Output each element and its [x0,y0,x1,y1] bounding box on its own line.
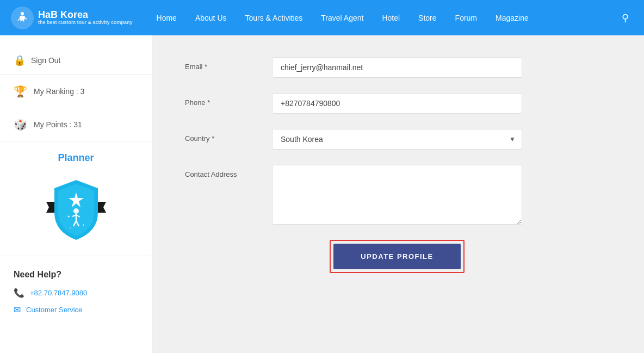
logo-text: HaB Korea [38,10,133,21]
points-label: My Points : 31 [34,120,82,129]
email-label: Email * [185,57,261,71]
nav-travel-agent[interactable]: Travel Agent [313,9,371,27]
points-stat: 🎲 My Points : 31 [0,108,152,141]
email-icon: ✉ [14,305,21,315]
nav-hotel[interactable]: Hotel [374,9,407,27]
page-layout: 🔒 Sign Out 🏆 My Ranking : 3 🎲 My Points … [0,35,644,353]
country-select[interactable]: South Korea United States Japan China Un… [272,129,522,150]
search-icon[interactable]: ⚲ [617,8,633,28]
nav-magazine[interactable]: Magazine [488,9,536,27]
phone-row: Phone * [185,93,522,114]
points-icon: 🎲 [14,118,27,131]
update-btn-wrapper: UPDATE PROFILE [272,240,522,273]
svg-point-0 [21,12,24,15]
nav-about[interactable]: About Us [188,9,234,27]
svg-text:✦: ✦ [82,224,85,227]
customer-service-link[interactable]: Customer Service [26,306,82,314]
update-btn-highlight: UPDATE PROFILE [330,240,464,273]
main-content: Email * Phone * Country * South Korea Un… [152,35,644,353]
svg-point-6 [73,208,79,214]
logo-icon [11,7,34,29]
nav-tours[interactable]: Tours & Activities [238,9,311,27]
logo-tagline: the best custom tour & activity company [38,20,133,26]
country-select-wrapper: South Korea United States Japan China Un… [272,129,522,150]
nav-home[interactable]: Home [149,9,184,27]
svg-text:✦: ✦ [67,214,71,219]
ranking-stat: 🏆 My Ranking : 3 [0,75,152,108]
contact-row: Contact Address [185,165,522,225]
planner-title: Planner [14,152,138,164]
help-email-item[interactable]: ✉ Customer Service [14,305,138,315]
sign-out-icon: 🔒 [14,54,26,66]
navbar: HaB Korea the best custom tour & activit… [0,0,644,35]
country-label: Country * [185,129,261,143]
ranking-label: My Ranking : 3 [34,87,84,96]
nav-store[interactable]: Store [411,9,444,27]
country-row: Country * South Korea United States Japa… [185,129,522,150]
help-section: Need Help? 📞 +82.70.7847.9080 ✉ Customer… [0,256,152,335]
help-phone-number: +82.70.7847.9080 [30,289,87,297]
sidebar: 🔒 Sign Out 🏆 My Ranking : 3 🎲 My Points … [0,35,152,353]
help-phone-item: 📞 +82.70.7847.9080 [14,288,138,298]
phone-icon: 📞 [14,288,24,298]
svg-text:✦: ✦ [69,226,71,230]
planner-section: Planner ✦ [0,141,152,256]
trophy-icon: 🏆 [14,85,27,98]
nav-forum[interactable]: Forum [448,9,485,27]
email-row: Email * [185,57,522,78]
phone-field[interactable] [272,93,522,114]
contact-address-field[interactable] [272,165,522,225]
logo[interactable]: HaB Korea the best custom tour & activit… [11,7,133,29]
email-field[interactable] [272,57,522,78]
contact-label: Contact Address [185,165,261,178]
phone-label: Phone * [185,93,261,107]
help-title: Need Help? [14,270,138,280]
profile-form: Email * Phone * Country * South Korea Un… [185,57,522,273]
update-profile-button[interactable]: UPDATE PROFILE [333,244,460,269]
nav-links: Home About Us Tours & Activities Travel … [149,9,617,27]
sign-out-label: Sign Out [31,56,60,65]
sign-out-button[interactable]: 🔒 Sign Out [0,46,152,75]
planner-badge: ✦ ✦ ✦ [46,172,106,243]
